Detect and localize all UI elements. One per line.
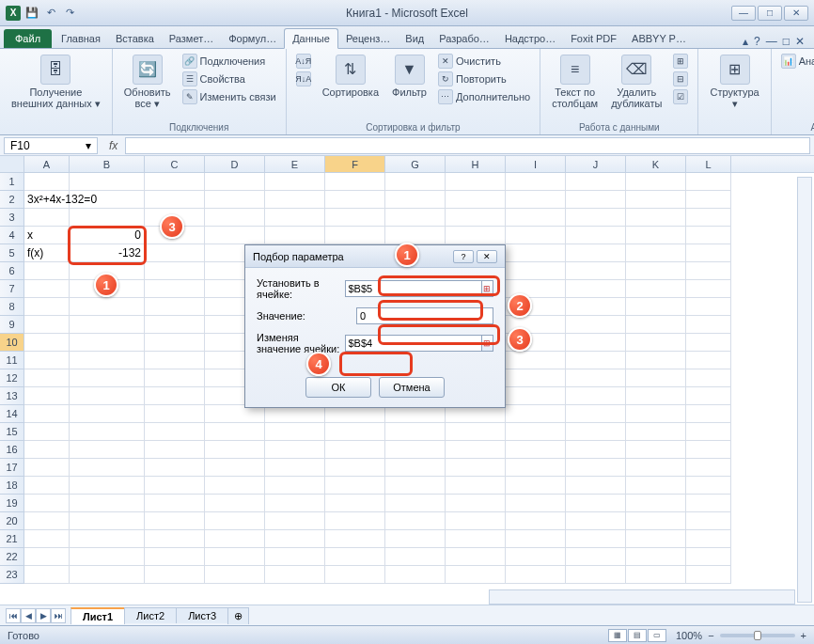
cell-K2[interactable] — [626, 191, 686, 209]
row-header-10[interactable]: 10 — [0, 334, 24, 352]
cell-C18[interactable] — [145, 477, 205, 495]
ok-button[interactable]: ОК — [305, 377, 371, 398]
cell-H2[interactable] — [446, 191, 506, 209]
outline-button[interactable]: ⊞Структура ▾ — [706, 53, 762, 111]
cell-A2[interactable]: 3x²+4x-132=0 — [24, 191, 70, 209]
cell-A10[interactable] — [24, 334, 70, 352]
sheet-nav-next[interactable]: ▶ — [36, 608, 51, 623]
sheet-tab-1[interactable]: Лист1 — [70, 607, 125, 624]
cell-J3[interactable] — [566, 209, 626, 227]
cell-H1[interactable] — [446, 173, 506, 191]
cell-L16[interactable] — [686, 441, 731, 459]
cell-L2[interactable] — [686, 191, 731, 209]
cell-C23[interactable] — [145, 566, 205, 584]
cell-A16[interactable] — [24, 441, 70, 459]
cell-A13[interactable] — [24, 387, 70, 405]
cell-B14[interactable] — [70, 405, 145, 423]
advanced-button[interactable]: ⋯Дополнительно — [436, 88, 532, 105]
cell-J4[interactable] — [566, 227, 626, 244]
cell-A20[interactable] — [24, 512, 70, 530]
tab-layout[interactable]: Размет… — [162, 29, 221, 48]
workbook-maximize-button[interactable]: □ — [783, 35, 790, 48]
cell-B15[interactable] — [70, 423, 145, 441]
cell-C19[interactable] — [145, 495, 205, 512]
cell-H17[interactable] — [446, 459, 506, 477]
cell-L15[interactable] — [686, 423, 731, 441]
cell-F22[interactable] — [325, 548, 385, 566]
zoom-in-button[interactable]: + — [801, 630, 806, 641]
cell-D17[interactable] — [205, 459, 265, 477]
cell-K23[interactable] — [626, 566, 686, 584]
cell-G17[interactable] — [385, 459, 446, 477]
tab-view[interactable]: Вид — [398, 29, 431, 48]
cell-A3[interactable] — [24, 209, 70, 227]
cell-A12[interactable] — [24, 369, 70, 387]
cell-C5[interactable] — [145, 244, 205, 262]
cell-A9[interactable] — [24, 316, 70, 334]
ribbon-collapse-icon[interactable]: ▴ — [743, 35, 748, 48]
cell-C9[interactable] — [145, 316, 205, 334]
zoom-slider[interactable] — [720, 634, 795, 637]
cell-H18[interactable] — [446, 477, 506, 495]
cell-J6[interactable] — [566, 262, 626, 280]
cell-K10[interactable] — [626, 334, 686, 352]
cell-K14[interactable] — [626, 405, 686, 423]
row-header-21[interactable]: 21 — [0, 530, 24, 548]
cell-B18[interactable] — [70, 477, 145, 495]
cell-J12[interactable] — [566, 369, 626, 387]
view-layout-button[interactable]: ▤ — [628, 629, 647, 642]
col-header-A[interactable]: A — [24, 156, 70, 172]
cell-E4[interactable] — [265, 227, 325, 244]
cell-H4[interactable] — [446, 227, 506, 244]
row-header-3[interactable]: 3 — [0, 209, 24, 227]
cell-A23[interactable] — [24, 566, 70, 584]
file-tab[interactable]: Файл — [4, 29, 52, 48]
row-header-16[interactable]: 16 — [0, 441, 24, 459]
cell-K21[interactable] — [626, 530, 686, 548]
zoom-value[interactable]: 100% — [676, 630, 702, 641]
cell-C7[interactable] — [145, 280, 205, 298]
cell-J1[interactable] — [566, 173, 626, 191]
cell-K6[interactable] — [626, 262, 686, 280]
properties-button[interactable]: ☰Свойства — [180, 71, 278, 87]
col-header-I[interactable]: I — [506, 156, 566, 172]
col-header-J[interactable]: J — [566, 156, 626, 172]
data-analysis-button[interactable]: 📊Анализ данных — [779, 53, 814, 70]
cell-F21[interactable] — [325, 530, 385, 548]
cell-F3[interactable] — [325, 209, 385, 227]
cell-G2[interactable] — [385, 191, 446, 209]
help-icon[interactable]: ? — [754, 35, 760, 48]
cell-C21[interactable] — [145, 530, 205, 548]
cell-F19[interactable] — [325, 495, 385, 512]
cell-B2[interactable] — [70, 191, 145, 209]
cell-L18[interactable] — [686, 477, 731, 495]
cell-A1[interactable] — [24, 173, 70, 191]
cell-J16[interactable] — [566, 441, 626, 459]
cell-K13[interactable] — [626, 387, 686, 405]
filter-button[interactable]: ▼Фильтр — [388, 53, 430, 100]
cell-E21[interactable] — [265, 530, 325, 548]
cell-H23[interactable] — [446, 566, 506, 584]
cell-L7[interactable] — [686, 280, 731, 298]
cell-L23[interactable] — [686, 566, 731, 584]
cell-G1[interactable] — [385, 173, 446, 191]
tab-review[interactable]: Реценз… — [338, 29, 398, 48]
text-to-columns-button[interactable]: ≡Текст по столбцам — [548, 53, 602, 111]
reapply-button[interactable]: ↻Повторить — [436, 71, 532, 87]
cell-L10[interactable] — [686, 334, 731, 352]
cell-H16[interactable] — [446, 441, 506, 459]
cell-C10[interactable] — [145, 334, 205, 352]
cell-C13[interactable] — [145, 387, 205, 405]
cell-I16[interactable] — [506, 441, 566, 459]
cell-G20[interactable] — [385, 512, 446, 530]
cell-D19[interactable] — [205, 495, 265, 512]
consolidate-button[interactable]: ⊟ — [671, 71, 690, 87]
cell-K5[interactable] — [626, 244, 686, 262]
cell-B17[interactable] — [70, 459, 145, 477]
cell-K9[interactable] — [626, 316, 686, 334]
cell-G21[interactable] — [385, 530, 446, 548]
cell-D4[interactable] — [205, 227, 265, 244]
cell-J11[interactable] — [566, 352, 626, 369]
dialog-help-button[interactable]: ? — [453, 250, 474, 263]
cell-A17[interactable] — [24, 459, 70, 477]
